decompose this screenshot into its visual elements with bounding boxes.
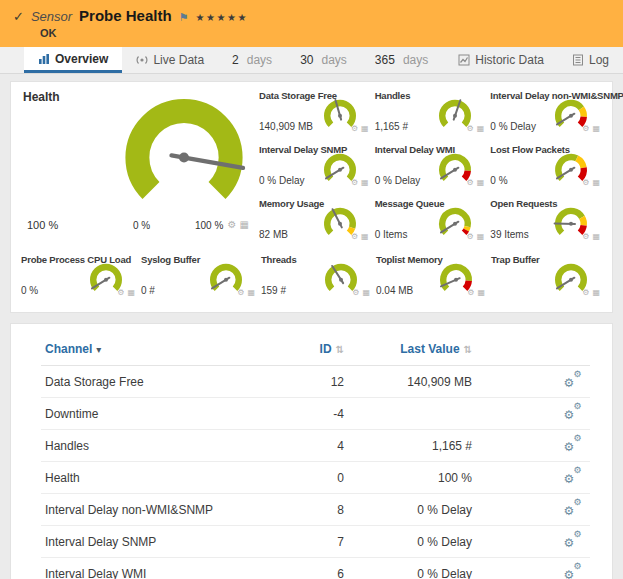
gear-icon[interactable]: ⚙: [582, 232, 589, 241]
overview-icon: [38, 53, 50, 65]
channel-details-icon[interactable]: ▦: [361, 232, 369, 241]
tab-live-data[interactable]: Live Data: [122, 47, 218, 73]
page: ✓ Sensor Probe Health ⚑ ★★★★★ OK Overvie…: [0, 0, 623, 579]
edit-channel-icon[interactable]: ⚙⚙: [564, 565, 583, 579]
sensor-header: ✓ Sensor Probe Health ⚑ ★★★★★ OK: [0, 0, 623, 47]
channel-details-icon[interactable]: ▦: [477, 178, 485, 187]
historic-data-icon: [458, 54, 470, 66]
edit-channel-icon[interactable]: ⚙⚙: [564, 501, 583, 515]
column-label: Last Value: [400, 342, 459, 356]
tile-icons: ⚙▦: [467, 124, 485, 133]
gear-icon[interactable]: ⚙: [582, 288, 589, 297]
channel-details-icon[interactable]: ▦: [361, 124, 369, 133]
gear-icon[interactable]: ⚙: [467, 178, 474, 187]
tile-icons: ⚙▦: [582, 124, 600, 133]
channel-id: 12: [286, 366, 348, 398]
edit-channel-icon[interactable]: ⚙⚙: [564, 373, 583, 387]
tab-label: Live Data: [153, 53, 204, 67]
table-row[interactable]: Interval Delay non-WMI&SNMP80 % Delay⚙⚙: [41, 494, 590, 526]
table-row[interactable]: Interval Delay SNMP70 % Delay⚙⚙: [41, 526, 590, 558]
gear-small-icon: ⚙: [573, 497, 581, 507]
channel-details-icon[interactable]: ▦: [362, 288, 370, 297]
gauge-value: 0 %: [21, 285, 38, 296]
tile-icons: ⚙▦: [237, 288, 255, 297]
channel-details-icon[interactable]: ▦: [592, 178, 600, 187]
table-row[interactable]: Handles41,165 #⚙⚙: [41, 430, 590, 462]
table-row[interactable]: Data Storage Free12140,909 MB⚙⚙: [41, 366, 590, 398]
gauge-value: 0 % Delay: [259, 175, 305, 186]
gear-icon[interactable]: ⚙: [117, 288, 124, 297]
column-header-last-value[interactable]: Last Value⇅: [348, 338, 476, 366]
gauge-tile-data-storage-free: Data Storage Free140,909 MB⚙▦: [257, 88, 373, 142]
edit-channel-icon[interactable]: ⚙⚙: [564, 469, 583, 483]
gauge-value: 82 MB: [259, 229, 288, 240]
tab-historic-data[interactable]: Historic Data: [444, 47, 558, 73]
sort-toggle-icon[interactable]: ⇅: [464, 344, 472, 355]
sort-toggle-icon[interactable]: ⇅: [336, 344, 344, 355]
gear-icon[interactable]: ⚙: [467, 288, 474, 297]
edit-channel-icon[interactable]: ⚙⚙: [564, 437, 583, 451]
channel-details-icon[interactable]: ▦: [240, 219, 249, 230]
gauge-value: 0 #: [141, 285, 155, 296]
sort-desc-icon[interactable]: ▾: [96, 344, 101, 355]
gear-icon[interactable]: ⚙: [237, 288, 244, 297]
health-value: 100 %: [27, 219, 58, 231]
column-header-channel[interactable]: Channel▾: [41, 338, 286, 366]
channel-last-value: 0 % Delay: [348, 558, 476, 579]
gauge-value: 0 % Delay: [375, 175, 421, 186]
tile-icons: ⚙▦: [467, 232, 485, 241]
gear-icon[interactable]: ⚙: [352, 288, 359, 297]
flag-icon[interactable]: ⚑: [179, 11, 189, 24]
gear-icon[interactable]: ⚙: [582, 178, 589, 187]
channels-table-body: Data Storage Free12140,909 MB⚙⚙Downtime-…: [41, 366, 590, 579]
edit-channel-icon[interactable]: ⚙⚙: [564, 405, 583, 419]
gear-icon[interactable]: ⚙: [467, 232, 474, 241]
gauge-title: Threads: [261, 254, 297, 265]
priority-stars[interactable]: ★★★★★: [196, 12, 248, 23]
tab-log[interactable]: Log: [558, 47, 623, 73]
gear-icon[interactable]: ⚙: [582, 124, 589, 133]
channel-details-icon[interactable]: ▦: [477, 232, 485, 241]
gear-small-icon: ⚙: [573, 465, 581, 475]
gauge-tile-open-requests: Open Requests39 Items⚙▦: [488, 196, 604, 250]
table-row[interactable]: Downtime-4⚙⚙: [41, 398, 590, 430]
tab-365-days[interactable]: 365days: [361, 47, 442, 73]
channel-details-icon[interactable]: ▦: [361, 178, 369, 187]
tab-unit: days: [321, 53, 346, 67]
gauge-tile-syslog-buffer: Syslog Buffer0 #⚙▦: [139, 252, 259, 306]
gear-icon[interactable]: ⚙: [351, 178, 358, 187]
gear-icon[interactable]: ⚙: [351, 124, 358, 133]
channel-details-icon[interactable]: ▦: [592, 124, 600, 133]
column-header-id[interactable]: ID⇅: [286, 338, 348, 366]
channel-details-icon[interactable]: ▦: [477, 124, 485, 133]
health-scale-min: 0 %: [133, 220, 150, 231]
health-title: Health: [23, 90, 60, 104]
gauge-value: 159 #: [261, 285, 286, 296]
channel-details-icon[interactable]: ▦: [592, 232, 600, 241]
edit-channel-icon[interactable]: ⚙⚙: [564, 533, 583, 547]
gauge-title: Toplist Memory: [376, 254, 443, 265]
channel-name: Interval Delay SNMP: [41, 526, 286, 558]
gauge-tile-message-queue: Message Queue0 Items⚙▦: [373, 196, 489, 250]
channel-details-icon[interactable]: ▦: [247, 288, 255, 297]
gear-icon[interactable]: ⚙: [228, 219, 237, 230]
tab-unit: days: [403, 53, 428, 67]
table-row[interactable]: Health0100 %⚙⚙: [41, 462, 590, 494]
tab-overview[interactable]: Overview: [24, 47, 122, 73]
tab-30-days[interactable]: 30days: [286, 47, 361, 73]
gear-icon[interactable]: ⚙: [351, 232, 358, 241]
gear-icon[interactable]: ⚙: [467, 124, 474, 133]
tab-2-days[interactable]: 2days: [218, 47, 286, 73]
gauge-value: 0 % Delay: [490, 121, 536, 132]
channel-details-icon[interactable]: ▦: [127, 288, 135, 297]
gauge-tile-interval-delay-non-wmi-snmp: Interval Delay non-WMI&SNMP0 % Delay⚙▦: [488, 88, 604, 142]
gauge-tile-probe-process-cpu-load: Probe Process CPU Load0 %⚙▦: [19, 252, 139, 306]
channel-details-icon[interactable]: ▦: [592, 288, 600, 297]
tab-unit: days: [247, 53, 272, 67]
column-label: ID: [320, 342, 332, 356]
log-icon: [572, 54, 584, 66]
gauges-top-section: Health 100 % 0 % 100 % ⚙▦ Data Storage F…: [19, 88, 604, 252]
gauge-title: Syslog Buffer: [141, 254, 200, 265]
channel-details-icon[interactable]: ▦: [477, 288, 485, 297]
table-row[interactable]: Interval Delay WMI60 % Delay⚙⚙: [41, 558, 590, 579]
